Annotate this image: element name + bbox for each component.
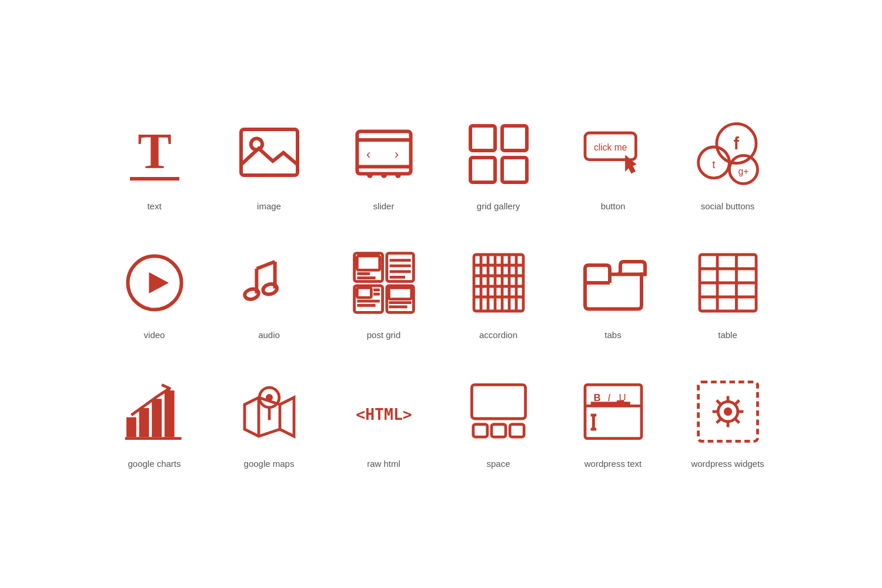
svg-rect-81 — [492, 424, 506, 437]
svg-rect-71 — [164, 390, 174, 437]
image-label: image — [257, 200, 281, 212]
widget-google-maps[interactable]: google maps — [220, 376, 318, 470]
svg-point-95 — [723, 407, 731, 415]
widget-image[interactable]: image — [220, 119, 318, 212]
svg-line-103 — [716, 419, 720, 423]
wordpress-text-icon: B I U — [578, 376, 649, 447]
svg-rect-15 — [502, 158, 527, 182]
audio-icon — [234, 248, 305, 318]
google-maps-label: google maps — [244, 457, 295, 470]
svg-rect-70 — [152, 399, 162, 437]
widget-post-grid[interactable]: post grid — [335, 248, 432, 341]
svg-point-9 — [367, 172, 373, 178]
svg-point-29 — [262, 282, 278, 295]
svg-point-11 — [395, 172, 401, 178]
widget-text[interactable]: T text — [106, 119, 203, 212]
widget-video[interactable]: video — [106, 248, 203, 341]
video-icon — [119, 248, 190, 318]
svg-text:click me: click me — [594, 142, 627, 152]
widget-button[interactable]: click me button — [564, 119, 662, 212]
svg-line-30 — [256, 262, 275, 269]
wordpress-widgets-icon — [693, 376, 763, 447]
google-charts-label: google charts — [128, 457, 181, 470]
svg-text:B: B — [593, 392, 600, 403]
google-charts-icon — [119, 376, 190, 447]
button-icon: click me — [578, 119, 649, 189]
svg-rect-82 — [510, 424, 524, 437]
text-label: text — [147, 200, 161, 212]
svg-rect-69 — [139, 408, 149, 437]
widget-audio[interactable]: audio — [220, 248, 318, 341]
grid-gallery-icon — [463, 119, 534, 189]
widget-grid-gallery[interactable]: grid gallery — [450, 119, 547, 212]
svg-text:t: t — [712, 158, 716, 171]
svg-rect-47 — [389, 288, 411, 299]
post-grid-label: post grid — [367, 329, 401, 341]
widget-slider[interactable]: ‹ › slider — [335, 119, 432, 212]
accordion-label: accordion — [479, 329, 517, 341]
audio-label: audio — [258, 329, 280, 341]
svg-rect-68 — [126, 417, 136, 437]
widget-tabs[interactable]: tabs — [564, 248, 662, 341]
svg-line-100 — [716, 400, 720, 404]
wordpress-text-label: wordpress text — [584, 457, 642, 470]
widget-table[interactable]: table — [679, 248, 776, 341]
raw-html-icon: <HTML> — [349, 376, 419, 447]
svg-rect-79 — [472, 385, 525, 419]
svg-text:T: T — [138, 123, 172, 179]
tabs-icon — [578, 248, 649, 318]
social-buttons-icon: f t g+ — [693, 119, 763, 189]
svg-text:›: › — [395, 147, 399, 162]
svg-text:I: I — [607, 392, 610, 403]
svg-text:f: f — [733, 133, 739, 152]
svg-rect-13 — [502, 126, 527, 151]
image-icon — [234, 119, 305, 189]
svg-point-27 — [243, 287, 260, 300]
google-maps-icon — [234, 376, 305, 447]
button-label: button — [601, 200, 626, 212]
widget-wordpress-widgets[interactable]: wordpress widgets — [679, 376, 776, 470]
space-label: space — [486, 457, 510, 470]
svg-rect-12 — [470, 126, 495, 151]
svg-text:‹: ‹ — [366, 147, 370, 162]
widget-space[interactable]: space — [450, 376, 547, 470]
svg-point-10 — [381, 172, 387, 178]
grid-gallery-label: grid gallery — [477, 200, 520, 212]
accordion-icon — [463, 248, 534, 318]
widget-google-charts[interactable]: google charts — [106, 376, 203, 470]
svg-line-102 — [735, 400, 739, 404]
svg-rect-32 — [357, 256, 379, 270]
widget-raw-html[interactable]: <HTML> raw html — [335, 376, 432, 470]
raw-html-label: raw html — [367, 457, 400, 470]
svg-rect-80 — [473, 424, 487, 437]
space-icon — [463, 376, 534, 447]
table-icon — [693, 248, 763, 318]
svg-rect-14 — [470, 158, 495, 182]
widget-grid: T text image ‹ › — [82, 83, 800, 505]
wordpress-widgets-label: wordpress widgets — [691, 457, 764, 470]
svg-rect-2 — [241, 129, 298, 175]
tabs-label: tabs — [604, 329, 621, 341]
svg-text:g+: g+ — [738, 166, 749, 176]
widget-social-buttons[interactable]: f t g+ social buttons — [679, 119, 776, 212]
widget-accordion[interactable]: accordion — [450, 248, 547, 341]
post-grid-icon — [349, 248, 419, 318]
svg-text:<HTML>: <HTML> — [356, 405, 412, 423]
slider-label: slider — [373, 200, 395, 212]
svg-line-101 — [735, 419, 739, 423]
slider-icon: ‹ › — [349, 119, 419, 189]
social-buttons-label: social buttons — [701, 200, 755, 212]
svg-marker-25 — [149, 272, 169, 293]
table-label: table — [718, 329, 737, 341]
widget-wordpress-text[interactable]: B I U wordpress text — [564, 376, 662, 470]
video-label: video — [144, 329, 165, 341]
svg-rect-41 — [357, 288, 371, 298]
text-icon: T — [119, 119, 190, 189]
